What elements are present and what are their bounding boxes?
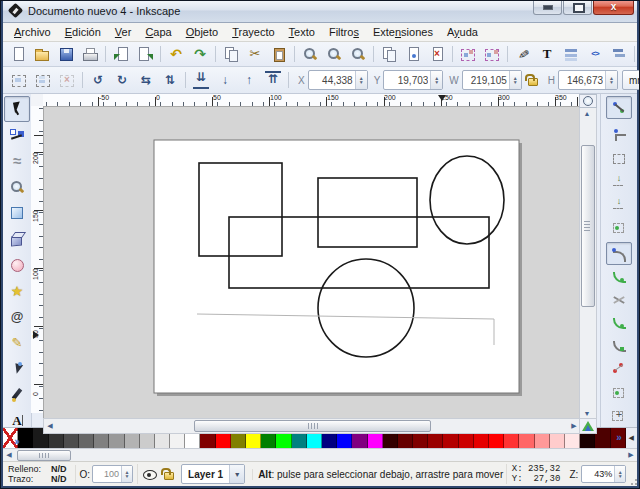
save-document-button[interactable] bbox=[54, 43, 78, 65]
box3d-tool-button[interactable] bbox=[4, 226, 30, 252]
palette-scroll-thumb[interactable] bbox=[17, 450, 71, 461]
flip-vertical-button[interactable]: ⇅ bbox=[158, 69, 182, 91]
spiral-tool-button[interactable]: @ bbox=[4, 304, 30, 330]
create-clone-button[interactable] bbox=[401, 43, 425, 65]
snap-rotation-centers-button[interactable] bbox=[606, 403, 632, 426]
layer-visibility-eye-icon[interactable] bbox=[142, 467, 158, 481]
toolbar-overflow-chevron[interactable]: » bbox=[616, 432, 622, 443]
fill-stroke-indicator[interactable]: Relleno: N/D Trazo: N/D bbox=[3, 464, 75, 484]
duplicate-button[interactable] bbox=[377, 43, 401, 65]
horizontal-scrollbar[interactable]: ◀ ▶ bbox=[43, 418, 581, 434]
unlink-clone-button[interactable] bbox=[425, 43, 449, 65]
opacity-spinner[interactable]: ▲▼ bbox=[121, 466, 132, 482]
select-all-button[interactable] bbox=[7, 69, 31, 91]
menu-capa[interactable]: Capa bbox=[138, 25, 178, 39]
new-document-button[interactable] bbox=[6, 43, 30, 65]
print-document-button[interactable] bbox=[78, 43, 102, 65]
menu-ayuda[interactable]: Ayuda bbox=[440, 25, 485, 39]
fill-stroke-dialog-button[interactable]: ✎ bbox=[511, 43, 535, 65]
snap-bbox-centers-button[interactable] bbox=[606, 215, 632, 238]
menu-filtros[interactable]: Filtros bbox=[322, 25, 366, 39]
calligraphy-tool-button[interactable] bbox=[4, 382, 30, 408]
star-tool-button[interactable]: ★ bbox=[4, 278, 30, 304]
menu-edicin[interactable]: Edición bbox=[58, 25, 108, 39]
snap-object-centers-button[interactable] bbox=[606, 380, 632, 403]
xml-editor-button[interactable]: <> bbox=[583, 43, 607, 65]
zoom-to-drawing-button[interactable] bbox=[322, 43, 346, 65]
lock-ratio-button[interactable] bbox=[522, 69, 542, 91]
close-button[interactable]: x bbox=[593, 0, 634, 15]
toolbar-overflow-chevron[interactable]: » bbox=[14, 436, 20, 447]
menu-trayecto[interactable]: Trayecto bbox=[225, 25, 281, 39]
width-input[interactable] bbox=[463, 73, 509, 87]
flip-horizontal-button[interactable]: ⇆ bbox=[134, 69, 158, 91]
snap-bbox-corners-button[interactable] bbox=[606, 169, 632, 192]
raise-one-step-button[interactable]: ↑ bbox=[237, 69, 261, 91]
paste-button[interactable] bbox=[267, 43, 291, 65]
snap-smooth-nodes-button[interactable] bbox=[606, 334, 632, 357]
height-input[interactable] bbox=[559, 73, 605, 87]
scroll-left-icon[interactable]: ◀ bbox=[44, 420, 56, 432]
zoom-to-selection-button[interactable] bbox=[298, 43, 322, 65]
zoom-tool-button[interactable] bbox=[4, 174, 30, 200]
layer-dropdown[interactable]: Layer 1 ▼ bbox=[181, 464, 245, 484]
group-button[interactable] bbox=[456, 43, 480, 65]
cms-toggle-button[interactable] bbox=[579, 418, 597, 434]
canvas-corner-button[interactable] bbox=[579, 94, 597, 108]
deselect-button[interactable] bbox=[55, 69, 79, 91]
text-dialog-button[interactable]: T bbox=[535, 43, 559, 65]
palette-scrollbar[interactable]: ◀ ▶ bbox=[3, 448, 637, 461]
select-all-in-all-layers-button[interactable] bbox=[31, 69, 55, 91]
minimize-button[interactable] bbox=[533, 0, 562, 15]
tweak-tool-button[interactable]: ≈ bbox=[4, 148, 30, 174]
redo-button[interactable]: ↷ bbox=[188, 43, 212, 65]
opacity-value[interactable]: 100 bbox=[93, 469, 121, 479]
scroll-up-icon[interactable]: ▲ bbox=[581, 107, 593, 119]
align-distribute-button[interactable] bbox=[607, 43, 631, 65]
copy-button[interactable] bbox=[219, 43, 243, 65]
bezier-tool-button[interactable] bbox=[4, 356, 30, 382]
snap-nodes-button[interactable] bbox=[606, 242, 632, 265]
raise-to-top-button[interactable]: ⇈ bbox=[261, 69, 285, 91]
layer-lock-icon[interactable] bbox=[160, 466, 176, 482]
x-input[interactable] bbox=[309, 73, 355, 87]
palette-swatch[interactable] bbox=[595, 428, 610, 448]
vertical-scroll-thumb[interactable] bbox=[581, 145, 595, 307]
zoom-value[interactable]: 43% bbox=[582, 469, 614, 479]
x-spinner[interactable]: ▲▼ bbox=[355, 71, 367, 89]
import-image-button[interactable] bbox=[109, 43, 133, 65]
rectangle-tool-button[interactable] bbox=[4, 200, 30, 226]
y-spinner[interactable]: ▲▼ bbox=[430, 71, 442, 89]
snap-cusp-nodes-button[interactable] bbox=[606, 311, 632, 334]
title-bar[interactable]: Documento nuevo 4 - Inkscape x bbox=[3, 0, 637, 23]
menu-objeto[interactable]: Objeto bbox=[179, 25, 225, 39]
snap-to-paths-button[interactable] bbox=[606, 265, 632, 288]
snap-bbox-edge-midpoints-button[interactable] bbox=[606, 192, 632, 215]
layers-dialog-button[interactable] bbox=[559, 43, 583, 65]
horizontal-scroll-thumb[interactable] bbox=[194, 420, 431, 432]
lower-to-bottom-button[interactable]: ⇊ bbox=[189, 69, 213, 91]
height-spinner[interactable]: ▲▼ bbox=[605, 71, 617, 89]
open-document-button[interactable] bbox=[30, 43, 54, 65]
undo-button[interactable]: ↶ bbox=[164, 43, 188, 65]
rotate-cw-button[interactable]: ↻ bbox=[110, 69, 134, 91]
ungroup-button[interactable] bbox=[480, 43, 504, 65]
menu-archivo[interactable]: Archivo bbox=[7, 25, 58, 39]
lower-one-step-button[interactable]: ↓ bbox=[213, 69, 237, 91]
node-tool-button[interactable] bbox=[4, 122, 30, 148]
export-bitmap-button[interactable] bbox=[133, 43, 157, 65]
selector-tool-button[interactable] bbox=[4, 96, 30, 122]
menu-ver[interactable]: Ver bbox=[108, 25, 139, 39]
vertical-scrollbar[interactable]: ▲ ▼ bbox=[579, 106, 597, 420]
canvas-viewport[interactable] bbox=[43, 106, 580, 419]
rotate-ccw-button[interactable]: ↺ bbox=[86, 69, 110, 91]
snap-bbox-edges-button[interactable] bbox=[606, 146, 632, 169]
snap-bounding-box-button[interactable] bbox=[606, 123, 632, 146]
palette-scroll-right-icon[interactable]: ▶ bbox=[625, 449, 637, 461]
snap-path-intersections-button[interactable] bbox=[606, 288, 632, 311]
menu-extensiones[interactable]: Extensiones bbox=[366, 25, 440, 39]
palette-overflow-arrow[interactable]: ◀ bbox=[626, 428, 637, 448]
text-tool-button[interactable]: A bbox=[4, 408, 30, 434]
y-input[interactable] bbox=[384, 73, 430, 87]
width-spinner[interactable]: ▲▼ bbox=[509, 71, 521, 89]
